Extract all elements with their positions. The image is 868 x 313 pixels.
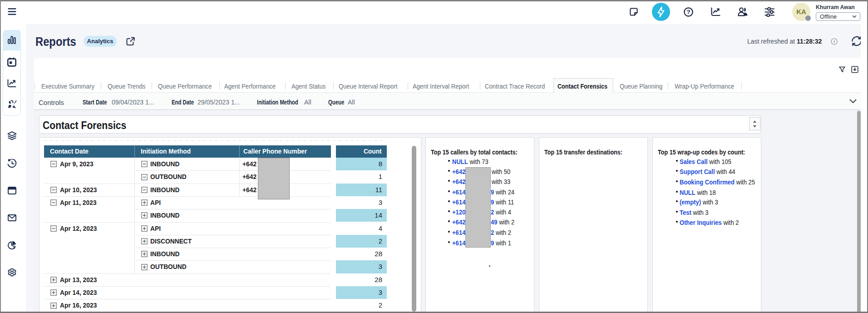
svg-text:i: i (833, 40, 835, 44)
svg-text:?: ? (687, 9, 690, 15)
